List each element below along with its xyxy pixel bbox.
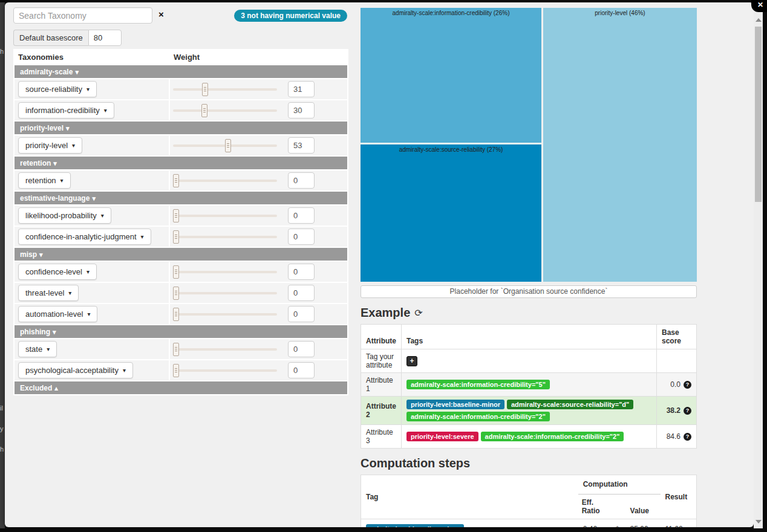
- background-sidebar: h il y h: [0, 0, 5, 532]
- weight-input[interactable]: [288, 172, 315, 189]
- attribute-label: Tag your attribute: [361, 349, 402, 373]
- slider-handle[interactable]: [173, 230, 179, 244]
- caret-down-icon: ▾: [86, 268, 90, 275]
- taxonomy-panel: × 3 not having numerical value Default b…: [13, 7, 348, 395]
- background-text-fragment: h: [0, 48, 4, 55]
- caret-down-icon: ▾: [141, 233, 144, 240]
- dropdown-label: likelihood-probability: [25, 211, 97, 220]
- slider-handle[interactable]: [202, 83, 208, 96]
- dropdown-retention[interactable]: retention▾: [18, 172, 71, 189]
- caret-down-icon: ▾: [75, 68, 79, 76]
- dropdown-label: retention: [25, 176, 56, 185]
- group-header-excluded[interactable]: Excluded▴: [15, 381, 347, 394]
- weight-input[interactable]: [288, 362, 315, 378]
- scroll-up-icon[interactable]: [756, 18, 762, 22]
- group-header-priority-level[interactable]: priority-level▾: [15, 122, 347, 134]
- column-header-weight: Weight: [170, 50, 347, 64]
- dropdown-confidence-level[interactable]: confidence-level▾: [18, 264, 97, 280]
- help-icon[interactable]: ?: [684, 433, 691, 441]
- slider-handle[interactable]: [201, 104, 207, 117]
- group-header-misp[interactable]: misp▾: [15, 248, 347, 261]
- table-row: Attribute 3 priority-level:severe admira…: [361, 425, 697, 449]
- slider-handle[interactable]: [173, 287, 179, 300]
- weight-slider[interactable]: [173, 348, 277, 351]
- group-label: phishing: [20, 328, 50, 336]
- slider-handle[interactable]: [173, 174, 179, 187]
- weight-treemap: admiralty-scale:information-credibility …: [361, 8, 697, 282]
- refresh-icon[interactable]: ⟳: [414, 307, 422, 319]
- dropdown-threat-level[interactable]: threat-level▾: [18, 285, 79, 301]
- weight-slider[interactable]: [173, 180, 277, 182]
- dropdown-label: priority-level: [25, 141, 68, 150]
- default-basescore-group: Default basescore: [13, 30, 116, 46]
- background-text-fragment: il: [0, 404, 3, 412]
- help-icon[interactable]: ?: [684, 381, 691, 389]
- weight-input[interactable]: [288, 137, 315, 154]
- dropdown-source-reliability[interactable]: source-reliability▾: [18, 81, 97, 97]
- clear-search-icon[interactable]: ×: [158, 9, 164, 19]
- caret-down-icon: ▾: [101, 212, 104, 219]
- group-header-admiralty-scale[interactable]: admiralty-scale▾: [15, 65, 347, 78]
- weight-slider[interactable]: [173, 236, 277, 238]
- close-icon[interactable]: ✕: [751, 0, 767, 12]
- weight-input[interactable]: [288, 306, 315, 322]
- weight-input[interactable]: [288, 229, 315, 245]
- slider-handle[interactable]: [173, 265, 179, 279]
- treemap-label: admiralty-scale:information-credibility …: [361, 8, 541, 16]
- search-input[interactable]: [13, 7, 152, 24]
- group-header-phishing[interactable]: phishing▾: [15, 325, 347, 338]
- weight-slider[interactable]: [173, 313, 277, 316]
- background-text-fragment: h: [0, 446, 4, 453]
- weight-slider[interactable]: [173, 144, 277, 147]
- dropdown-confidence-in-analytic-judgment[interactable]: confidence-in-analytic-judgment▾: [18, 229, 151, 245]
- slider-handle[interactable]: [173, 209, 179, 222]
- dropdown-likelihood-probability[interactable]: likelihood-probability▾: [18, 207, 111, 224]
- slider-handle[interactable]: [173, 308, 179, 321]
- dropdown-automation-level[interactable]: automation-level▾: [18, 306, 97, 322]
- dropdown-priority-level[interactable]: priority-level▾: [18, 137, 82, 154]
- weight-input[interactable]: [288, 102, 315, 118]
- treemap-block-priority-level: priority-level (46%): [543, 8, 697, 282]
- tag: priority-level:baseline-minor: [406, 400, 504, 409]
- group-header-retention[interactable]: retention▾: [15, 157, 347, 169]
- dropdown-information-credibility[interactable]: information-credibility▾: [18, 102, 114, 118]
- tag: admiralty-scale:information-credibility=…: [406, 380, 550, 389]
- weight-slider[interactable]: [173, 109, 277, 112]
- weight-input[interactable]: [288, 264, 315, 280]
- weight-slider[interactable]: [173, 271, 277, 273]
- weight-slider[interactable]: [173, 292, 277, 294]
- column-header-computation: Computation: [578, 475, 661, 495]
- group-label: retention: [20, 159, 51, 167]
- group-label: estimative-language: [20, 194, 90, 203]
- slider-handle[interactable]: [173, 364, 179, 377]
- group-header-estimative-language[interactable]: estimative-language▾: [15, 192, 347, 204]
- weight-input[interactable]: [288, 341, 315, 357]
- caret-down-icon: ▾: [53, 160, 57, 167]
- dropdown-state[interactable]: state▾: [18, 341, 57, 357]
- weight-input[interactable]: [288, 81, 315, 97]
- attribute-label: Attribute 1: [361, 373, 402, 397]
- scroll-down-icon[interactable]: [756, 520, 762, 524]
- weight-slider[interactable]: [173, 88, 277, 91]
- dropdown-psychological-acceptability[interactable]: psychological-acceptability▾: [18, 362, 133, 378]
- dropdown-label: information-credibility: [25, 106, 100, 115]
- help-icon[interactable]: ?: [684, 407, 691, 415]
- weight-slider[interactable]: [173, 369, 277, 372]
- weight-input[interactable]: [288, 285, 315, 301]
- table-row: Attribute 1 admiralty-scale:information-…: [361, 373, 697, 397]
- caret-down-icon: ▾: [39, 251, 43, 258]
- right-panel: admiralty-scale:information-credibility …: [361, 8, 697, 527]
- tag: admiralty-scale:source-reliability="d": [507, 400, 633, 409]
- weight-slider[interactable]: [173, 215, 277, 217]
- basescore-input[interactable]: [88, 30, 122, 46]
- table-row: automation-level▾: [15, 304, 347, 324]
- add-tag-button[interactable]: +: [406, 356, 417, 366]
- scrollbar[interactable]: [754, 2, 763, 528]
- treemap-label: admiralty-scale:source-reliability (27%): [361, 144, 541, 153]
- table-row: psychological-acceptability▾: [15, 360, 347, 380]
- weight-input[interactable]: [288, 207, 315, 224]
- slider-handle[interactable]: [173, 343, 179, 356]
- tag: priority-level:baseline-minor: [366, 524, 464, 527]
- slider-handle[interactable]: [225, 139, 231, 152]
- scrollbar-thumb[interactable]: [755, 27, 762, 202]
